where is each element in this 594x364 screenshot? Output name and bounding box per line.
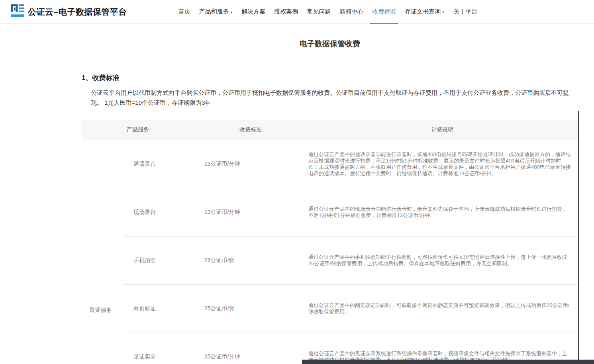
nav-label: 维权案例 xyxy=(274,8,298,16)
category-label: 取证服务 xyxy=(90,307,112,314)
bottom-dark-bar xyxy=(302,360,594,364)
product-name: 手机拍照 xyxy=(124,257,194,264)
category-column: 取证服务 xyxy=(82,140,124,364)
nav-item-about[interactable]: 关于平台 xyxy=(449,0,482,23)
section-heading: 1、收费标准 xyxy=(82,73,578,82)
table-row: 通话录音 13公证币/分钟 通过公证云产品中的通话录音功能进行录音时，接通400… xyxy=(124,140,578,188)
table-body: 取证服务 通话录音 13公证币/分钟 通过公证云产品中的通话录音功能进行录音时，… xyxy=(82,140,578,364)
table-row: 网页取证 25公证币/张 通过公证云产品中的网页取证功能时，可截取多个网页的静态… xyxy=(124,284,578,333)
nav-item-news[interactable]: 新闻中心 xyxy=(335,0,368,23)
billing-description: 通过公证云产品中的网页取证功能时，可截取多个网页的静态页面并可预览截取效果，确认… xyxy=(307,297,578,320)
main-nav: 首页 产品和服务∨ 解决方案 维权案例 常见问题 新闻中心 收费标准 存证文书查… xyxy=(174,0,482,23)
page-title: 电子数据保管收费 xyxy=(82,39,578,49)
price-value: 25公证币/分钟 xyxy=(194,353,307,360)
table-header-row: 产品服务 收费标准 计费说明 xyxy=(82,120,578,140)
chevron-down-icon: ∨ xyxy=(442,10,445,14)
billing-description: 通过公证云产品中的通话录音功能进行录音时，接通400电信转接号码即开始通话计时，… xyxy=(307,147,578,182)
nav-item-home[interactable]: 首页 xyxy=(174,0,195,23)
nav-item-pricing[interactable]: 收费标准 xyxy=(368,0,400,23)
column-header-price: 收费标准 xyxy=(194,126,307,133)
nav-label: 常见问题 xyxy=(307,8,331,16)
product-name: 见证实录 xyxy=(124,353,194,360)
intro-paragraph: 公证云平台用户以代币制方式向平台购买公证币，公证币用于抵扣电子数据保管服务的收费… xyxy=(91,88,576,108)
brand-title: 公证云–电子数据保管平台 xyxy=(28,6,127,18)
table-rows: 通话录音 13公证币/分钟 通过公证云产品中的通话录音功能进行录音时，接通400… xyxy=(124,140,578,364)
billing-description: 通过公证云产品中的现场录音功能进行录音时，录音文件先保存于本地，上传云端成功后根… xyxy=(307,201,578,223)
nav-item-faq[interactable]: 常见问题 xyxy=(302,0,335,23)
product-name: 网页取证 xyxy=(124,305,194,312)
nav-label: 新闻中心 xyxy=(339,8,363,16)
nav-label: 首页 xyxy=(178,8,190,16)
nav-label: 关于平台 xyxy=(453,8,477,16)
product-name: 通话录音 xyxy=(124,160,194,168)
nav-label: 产品和服务 xyxy=(199,8,229,16)
chevron-down-icon: ∨ xyxy=(230,10,233,14)
main-content: 电子数据保管收费 1、收费标准 公证云平台用户以代币制方式向平台购买公证币，公证… xyxy=(82,39,578,364)
nav-item-certificate-query[interactable]: 存证文书查询∨ xyxy=(400,0,449,23)
price-value: 25公证币/张 xyxy=(194,257,307,264)
price-value: 25公证币/张 xyxy=(194,305,307,312)
pricing-table: 产品服务 收费标准 计费说明 取证服务 通话录音 13公证币/分钟 通过公证云产… xyxy=(82,120,578,364)
column-header-description: 计费说明 xyxy=(307,126,578,133)
nav-item-products[interactable]: 产品和服务∨ xyxy=(195,0,237,23)
brand-logo-icon xyxy=(11,4,24,19)
price-value: 13公证币/分钟 xyxy=(194,160,307,168)
price-value: 13公证币/分钟 xyxy=(194,209,307,216)
table-right-border-line xyxy=(578,111,579,364)
product-name: 现场录音 xyxy=(124,209,194,216)
brand-logo[interactable]: 公证云–电子数据保管平台 xyxy=(11,4,127,19)
nav-label: 收费标准 xyxy=(372,8,396,16)
table-row: 现场录音 13公证币/分钟 通过公证云产品中的现场录音功能进行录音时，录音文件先… xyxy=(124,188,578,236)
nav-item-solutions[interactable]: 解决方案 xyxy=(237,0,270,23)
site-header: 公证云–电子数据保管平台 首页 产品和服务∨ 解决方案 维权案例 常见问题 新闻… xyxy=(0,0,594,24)
table-row: 手机拍照 25公证币/张 通过公证云产品中的手机拍照功能进行拍照时，可即拍即传也… xyxy=(124,236,578,284)
nav-label: 存证文书查询 xyxy=(405,8,441,16)
billing-description: 通过公证云产品中的手机拍照功能进行拍照时，可即拍即传也可拍完所需照片后选择性上传… xyxy=(307,249,578,272)
nav-item-cases[interactable]: 维权案例 xyxy=(270,0,302,23)
nav-label: 解决方案 xyxy=(241,8,265,16)
column-header-product: 产品服务 xyxy=(124,126,194,133)
